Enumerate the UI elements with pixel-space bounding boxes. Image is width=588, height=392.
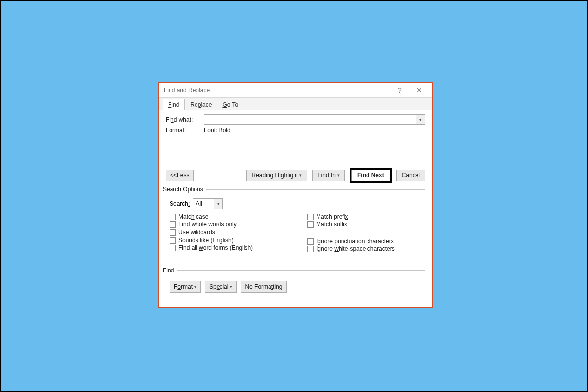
- spacer: [307, 229, 425, 238]
- search-direction-value: All: [193, 199, 214, 209]
- word-forms-label: Find all word forms (English): [178, 245, 253, 251]
- action-button-bar: << Less << Less Reading Highlight ▾ Read…: [166, 168, 425, 183]
- match-suffix-label: Match suffix: [316, 221, 347, 228]
- ignore-punct-label: Ignore punctuation characters: [316, 238, 394, 245]
- find-next-button[interactable]: Find Next: [350, 168, 392, 183]
- tab-replace-label: Replace: [190, 101, 212, 108]
- match-suffix-checkbox[interactable]: Match suffix Match suffix: [307, 221, 425, 228]
- tab-find[interactable]: Find Find: [163, 99, 185, 110]
- checkbox-icon: [170, 214, 176, 220]
- dialog-title: Find and Replace: [164, 87, 390, 94]
- search-direction-row: Search: Search: All ▾: [170, 198, 425, 209]
- use-wildcards-checkbox[interactable]: Use wildcards Use wildcards: [170, 229, 288, 236]
- whole-words-checkbox[interactable]: Find whole words only Find whole words o…: [170, 221, 288, 228]
- sounds-like-label: Sounds like (English): [178, 237, 234, 244]
- find-footer-legend: Find: [163, 267, 177, 274]
- find-what-row: Find what: Find what: ▾: [166, 114, 425, 125]
- search-direction-select[interactable]: All ▾: [193, 198, 223, 209]
- find-in-button[interactable]: Find In ▾ Find In: [312, 170, 345, 181]
- tab-goto-label: Go To: [222, 101, 238, 108]
- dialog-content: Find what: Find what: ▾ Format: Font: Bo…: [159, 110, 432, 298]
- ignore-whitespace-label: Ignore white-space characters: [316, 245, 395, 252]
- match-case-label: Match case: [178, 213, 208, 220]
- format-display: Format: Font: Bold: [166, 127, 425, 134]
- use-wildcards-label: Use wildcards: [178, 229, 215, 236]
- chevron-down-icon[interactable]: ▾: [416, 115, 425, 124]
- checkbox-icon: [307, 214, 314, 220]
- find-next-label: Find Next: [357, 172, 384, 179]
- checkbox-icon: [307, 221, 314, 228]
- checkbox-icon: [307, 246, 314, 252]
- find-what-combo[interactable]: ▾: [204, 114, 425, 125]
- find-replace-dialog: Find and Replace ? ✕ Find Find Replace R…: [158, 82, 433, 308]
- match-prefix-checkbox[interactable]: Match prefix Match prefix: [307, 213, 425, 220]
- format-button-label: Format: [174, 283, 193, 290]
- chevron-down-icon[interactable]: ▾: [214, 199, 222, 209]
- special-button-label: Special: [209, 283, 228, 290]
- sounds-like-checkbox[interactable]: Sounds like (English) Sounds like (Engli…: [170, 237, 288, 244]
- checkbox-icon: [170, 229, 176, 236]
- close-icon[interactable]: ✕: [410, 86, 429, 94]
- search-direction-label: Search:: [170, 200, 190, 207]
- checkbox-icon: [170, 237, 176, 244]
- find-footer-actions: Format ▾ Format Special ▾ Special No For…: [166, 278, 425, 293]
- tab-goto[interactable]: Go To Go To: [217, 99, 244, 110]
- tab-strip: Find Find Replace Replace Go To Go To: [159, 98, 432, 110]
- ignore-whitespace-checkbox[interactable]: Ignore white-space characters Ignore whi…: [307, 245, 425, 252]
- ignore-punct-checkbox[interactable]: Ignore punctuation characters Ignore pun…: [307, 238, 425, 245]
- checkbox-icon: [170, 221, 176, 228]
- reading-highlight-button[interactable]: Reading Highlight ▾ Reading Highlight: [246, 170, 308, 181]
- find-footer-fieldset: Find Format ▾ Format Special ▾ Special N…: [166, 267, 425, 293]
- match-case-checkbox[interactable]: Match case Match case: [170, 213, 288, 220]
- help-icon[interactable]: ?: [390, 86, 410, 94]
- options-right-column: Match prefix Match prefix Match suffix M…: [307, 213, 425, 253]
- search-options-legend: Search Options: [163, 186, 206, 193]
- format-value: Font: Bold: [204, 127, 231, 134]
- titlebar: Find and Replace ? ✕: [159, 83, 432, 98]
- match-prefix-label: Match prefix: [316, 213, 348, 220]
- caret-down-icon: ▾: [194, 284, 196, 289]
- options-left-column: Match case Match case Find whole words o…: [170, 213, 288, 253]
- find-in-label: Find In: [318, 172, 336, 179]
- caret-down-icon: ▾: [299, 173, 302, 178]
- word-forms-checkbox[interactable]: Find all word forms (English) Find all w…: [170, 245, 288, 251]
- format-label: Format:: [166, 127, 204, 134]
- checkbox-icon: [307, 238, 314, 245]
- format-button[interactable]: Format ▾ Format: [170, 281, 201, 293]
- tab-replace[interactable]: Replace Replace: [185, 99, 217, 110]
- reading-highlight-label: Reading Highlight: [252, 172, 298, 179]
- find-what-label: Find what:: [166, 116, 204, 123]
- no-formatting-label: No Formatting: [245, 283, 282, 290]
- cancel-button[interactable]: Cancel: [396, 170, 425, 181]
- checkbox-icon: [170, 245, 176, 251]
- whole-words-label: Find whole words only: [178, 221, 237, 228]
- stage: Find and Replace ? ✕ Find Find Replace R…: [0, 0, 588, 392]
- less-button[interactable]: << Less: [166, 170, 194, 181]
- tab-find-label: Find: [168, 101, 179, 108]
- special-button[interactable]: Special ▾ Special: [205, 281, 237, 293]
- caret-down-icon: ▾: [337, 173, 340, 178]
- no-formatting-button[interactable]: No Formatting No Formatting: [241, 281, 287, 293]
- options-columns: Match case Match case Find whole words o…: [166, 213, 425, 253]
- caret-down-icon: ▾: [230, 284, 232, 289]
- find-what-input[interactable]: [204, 115, 416, 124]
- search-options-fieldset: Search Options Search: Search: All ▾ Mat…: [166, 186, 425, 253]
